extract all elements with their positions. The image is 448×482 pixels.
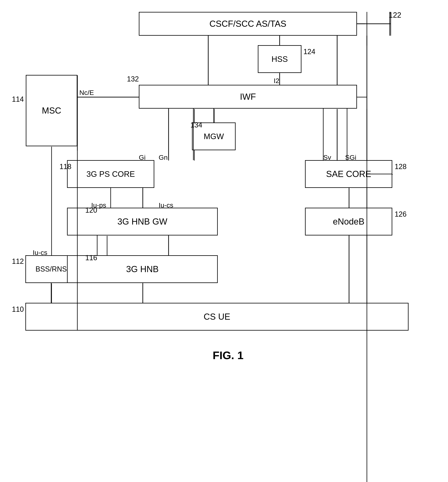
ref-114: 114 (12, 95, 24, 103)
ref-122: 122 (389, 11, 401, 19)
ref-112: 112 (12, 257, 24, 265)
ref-134: 134 (190, 121, 202, 129)
ps-core-label: 3G PS CORE (87, 170, 135, 179)
mgw-label: MGW (204, 132, 224, 141)
iucs2-label: Iu-cs (33, 249, 48, 257)
hss-box: HSS (258, 45, 301, 73)
hnb-gw-label: 3G HNB GW (117, 217, 167, 226)
sv-label: Sv (323, 154, 331, 161)
nce-label: Nc/E (79, 89, 94, 96)
msc-box: MSC (26, 75, 77, 146)
iwf-box: IWF (139, 85, 357, 109)
ref-116: 116 (85, 254, 97, 262)
ref-118: 118 (59, 163, 72, 171)
iucs-label: Iu-cs (159, 201, 173, 209)
msc-label: MSC (42, 106, 61, 116)
gi-label: Gi (139, 154, 145, 161)
ref-110: 110 (12, 305, 24, 313)
iwf-label: IWF (240, 92, 256, 102)
enodeb-label: eNodeB (333, 217, 364, 226)
bss-label: BSS/RNS (35, 265, 67, 273)
ref-128: 128 (395, 163, 407, 171)
main-lines (0, 0, 448, 482)
cs-ue-box: CS UE (25, 303, 408, 331)
cs-ue-label: CS UE (204, 312, 230, 322)
hnb-label: 3G HNB (126, 264, 159, 274)
ref-124: 124 (304, 47, 315, 56)
sae-core-label: SAE CORE (326, 169, 371, 179)
cscf-label: CSCF/SCC AS/TAS (209, 19, 286, 29)
enodeb-box: eNodeB (305, 208, 392, 235)
gn-label: Gn (159, 154, 168, 161)
sae-core-box: SAE CORE (305, 160, 392, 188)
hss-label: HSS (272, 55, 288, 64)
figure-label: FIG. 1 (178, 349, 278, 362)
diagram-container: CSCF/SCC AS/TAS 122 HSS 124 I2 IWF 132 M… (0, 0, 448, 482)
cscf-box: CSCF/SCC AS/TAS (139, 12, 357, 36)
connection-lines (0, 0, 448, 482)
ps-core-box: 3G PS CORE (67, 160, 154, 188)
i2-label: I2 (274, 77, 279, 85)
ref-132: 132 (127, 75, 139, 83)
sgi-label: SGi (345, 154, 356, 161)
ref-126: 126 (395, 210, 407, 218)
iups-label: Iu-ps (91, 201, 106, 209)
